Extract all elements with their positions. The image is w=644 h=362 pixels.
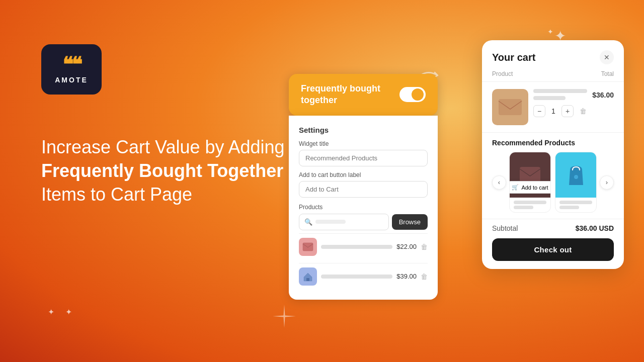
rec-product-img-2: [555, 152, 596, 198]
toggle-switch[interactable]: [399, 87, 426, 102]
product-search-row: 🔍 Browse: [299, 214, 428, 230]
logo-quotes: ❝❝: [62, 55, 80, 75]
rec-price-bar-short-2: [559, 206, 579, 209]
settings-card: Settings Widget title Add to cart button…: [289, 116, 438, 300]
item-name-bar-1: [533, 89, 587, 93]
product-name-bar-2: [321, 275, 392, 279]
rec-product-2: [555, 152, 597, 213]
rec-product-info-2: [555, 198, 596, 212]
quantity-value: 1: [549, 107, 557, 115]
product-name-bar-1: [321, 245, 392, 249]
svg-point-4: [574, 175, 578, 179]
cart-footer: Subtotal $36.00 USD Check out: [482, 219, 624, 269]
product-price-1: $22.00: [396, 243, 417, 250]
button-label-input[interactable]: [299, 181, 428, 198]
svg-rect-3: [520, 167, 540, 182]
cart-item-details: − 1 + 🗑: [533, 89, 587, 117]
col-total: Total: [601, 70, 614, 77]
close-button[interactable]: ✕: [600, 50, 614, 64]
settings-title: Settings: [299, 126, 428, 134]
cart-panel: Your cart ✕ Product Total − 1 + 🗑: [482, 40, 624, 269]
subtotal-label: Subtotal: [492, 224, 518, 232]
delete-icon-1[interactable]: 🗑: [421, 243, 428, 251]
settings-panel: Frequently boughttogether Settings Widge…: [289, 74, 438, 300]
browse-button[interactable]: Browse: [392, 214, 428, 230]
rec-price-bar-short-1: [514, 206, 533, 209]
delete-icon-2[interactable]: 🗑: [421, 273, 428, 281]
logo-brand: AMOTE: [55, 76, 88, 84]
hero-line3: Items to Cart Page: [41, 183, 285, 207]
cart-item: − 1 + 🗑 $36.00: [482, 82, 624, 133]
toggle-label: Frequently boughttogether: [301, 83, 380, 107]
close-icon: ✕: [604, 53, 610, 61]
svg-rect-1: [306, 278, 309, 281]
hero-line1: Increase Cart Value by Adding: [41, 136, 285, 159]
subtotal-value: $36.00 USD: [576, 224, 614, 232]
col-product: Product: [492, 70, 513, 77]
recommended-section: Recommended Products ‹ 🛒 Add to cart: [482, 133, 624, 219]
product-row-2: $39.00 🗑: [299, 263, 428, 290]
logo: ❝❝ AMOTE: [41, 44, 102, 95]
scroll-right-arrow[interactable]: ›: [600, 175, 614, 190]
svg-rect-0: [303, 243, 313, 251]
item-trash-icon[interactable]: 🗑: [580, 107, 587, 115]
cart-table-header: Product Total: [482, 68, 624, 82]
item-name-bar-2: [533, 96, 566, 100]
product-row-1: $22.00 🗑: [299, 233, 428, 260]
widget-title-label: Widget title: [299, 140, 428, 147]
product-thumb-1: [299, 238, 317, 256]
product-search-box[interactable]: 🔍: [299, 214, 389, 230]
button-label-field: Add to cart button label: [299, 171, 428, 178]
recommended-scroll: ‹ 🛒 Add to cart: [492, 152, 614, 213]
search-icon: 🔍: [304, 218, 312, 226]
rec-product-info-1: [510, 198, 550, 212]
quantity-row: − 1 + 🗑: [533, 105, 587, 117]
widget-title-input[interactable]: [299, 150, 428, 166]
rec-product-img-1: 🛒 Add to cart: [510, 152, 550, 198]
add-to-cart-overlay[interactable]: 🛒 Add to cart: [509, 181, 551, 194]
cart-header: Your cart ✕: [482, 40, 624, 68]
svg-rect-2: [499, 99, 522, 115]
product-price-2: $39.00: [396, 273, 417, 280]
recommended-title: Recommended Products: [492, 139, 614, 147]
subtotal-row: Subtotal $36.00 USD: [492, 224, 614, 232]
rec-product-1: 🛒 Add to cart: [509, 152, 551, 213]
rec-price-bar-2: [559, 201, 592, 204]
rec-price-bar-1: [514, 201, 546, 204]
hero-text: Increase Cart Value by Adding Frequently…: [41, 136, 285, 206]
checkout-button[interactable]: Check out: [492, 238, 614, 261]
cart-title: Your cart: [492, 52, 535, 63]
search-placeholder-bar: [315, 220, 346, 224]
product-thumb-2: [299, 267, 317, 286]
toggle-bar: Frequently boughttogether: [289, 74, 438, 116]
scroll-left-arrow[interactable]: ‹: [492, 175, 506, 190]
products-label: Products: [299, 204, 428, 211]
add-to-cart-label: Add to cart: [521, 185, 548, 191]
cart-item-image: [492, 89, 528, 125]
cart-small-icon: 🛒: [512, 184, 519, 191]
quantity-plus[interactable]: +: [561, 105, 574, 117]
cart-item-price: $36.00: [592, 89, 614, 99]
recommended-products-list: 🛒 Add to cart: [509, 152, 597, 213]
hero-line2: Frequently Bought Together: [41, 159, 285, 183]
quantity-minus[interactable]: −: [533, 105, 545, 117]
